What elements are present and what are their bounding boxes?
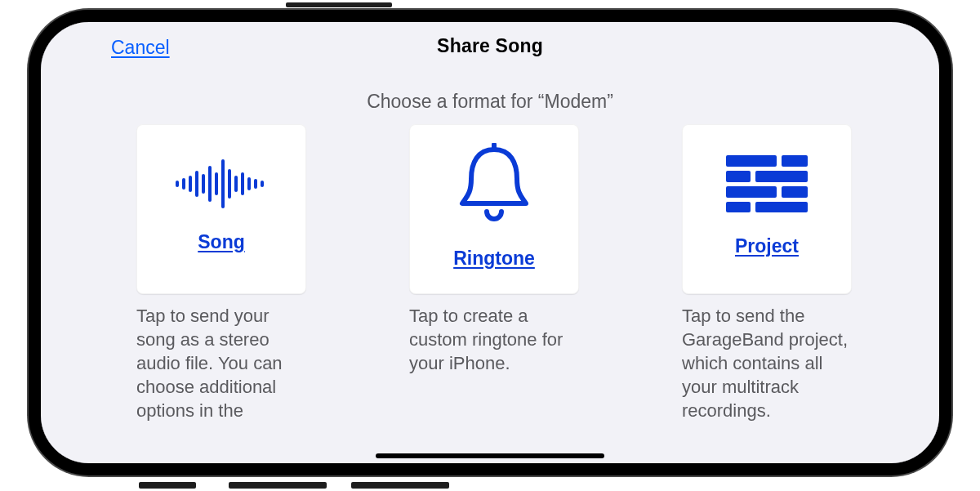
card-project[interactable]: Project [682, 124, 852, 294]
option-ringtone: Ringtone Tap to create a custom ringtone… [409, 124, 579, 463]
svg-rect-17 [755, 171, 808, 182]
desc-song: Tap to send your song as a stereo audio … [136, 304, 306, 422]
nav-bar: Cancel Share Song [41, 22, 939, 69]
card-song-label: Song [198, 231, 245, 253]
cancel-button[interactable]: Cancel [111, 37, 170, 59]
orange-indicator-dot [939, 261, 944, 266]
svg-rect-14 [726, 155, 777, 167]
page-title: Share Song [437, 35, 543, 57]
desc-ringtone: Tap to create a custom ringtone for your… [409, 304, 579, 375]
phone-frame: Cancel Share Song Choose a format for “M… [29, 10, 951, 475]
home-indicator[interactable] [376, 453, 604, 458]
card-ringtone-label: Ringtone [453, 248, 535, 270]
desc-project: Tap to send the GarageBand project, whic… [682, 304, 852, 422]
option-project: Project Tap to send the GarageBand proje… [682, 124, 852, 463]
option-song: Song Tap to send your song as a stereo a… [136, 124, 306, 463]
waveform-icon [172, 159, 270, 208]
phone-volume-down [351, 482, 449, 489]
card-song[interactable]: Song [136, 124, 306, 294]
screen: Cancel Share Song Choose a format for “M… [41, 22, 939, 463]
card-ringtone[interactable]: Ringtone [409, 124, 579, 294]
bricks-icon [726, 155, 808, 212]
svg-rect-18 [726, 186, 777, 198]
svg-rect-16 [726, 171, 751, 182]
svg-rect-21 [755, 202, 808, 212]
bell-icon [457, 143, 531, 225]
svg-rect-19 [782, 186, 808, 198]
phone-mute-switch [139, 482, 196, 489]
svg-rect-20 [726, 202, 751, 212]
phone-power-button [286, 2, 392, 7]
format-options: Song Tap to send your song as a stereo a… [41, 124, 939, 463]
phone-volume-up [229, 482, 327, 489]
card-project-label: Project [735, 235, 799, 257]
subtitle: Choose a format for “Modem” [41, 91, 939, 113]
svg-rect-15 [782, 155, 808, 167]
